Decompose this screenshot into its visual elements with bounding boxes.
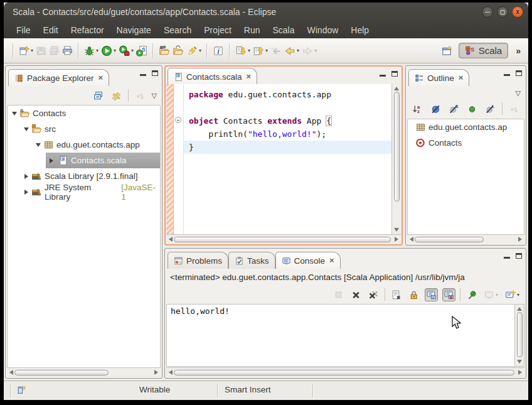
- scroll-up-arrow-icon[interactable]: [394, 87, 399, 90]
- menu-project[interactable]: Project: [198, 23, 238, 37]
- hide-local-types-button[interactable]: L: [484, 102, 497, 116]
- outline-row-contacts[interactable]: Contacts: [408, 135, 524, 151]
- menu-run[interactable]: Run: [238, 23, 267, 37]
- menu-scala[interactable]: Scala: [267, 23, 301, 37]
- scrollbar-thumb[interactable]: [174, 237, 391, 242]
- back-button[interactable]: ▾: [283, 44, 301, 58]
- minimize-view-icon[interactable]: [380, 75, 386, 77]
- show-stdout-when-changed-button[interactable]: [425, 288, 438, 301]
- console-output-area[interactable]: hello,world!: [166, 304, 524, 367]
- scroll-lock-button[interactable]: [407, 288, 420, 301]
- outline-row-package[interactable]: edu.guet.contacts.ap: [408, 119, 524, 135]
- package-explorer-tree[interactable]: S Contacts src edu.guet.contacts.app: [7, 105, 161, 377]
- hide-static-members-button[interactable]: S: [447, 102, 460, 116]
- expander-icon[interactable]: [22, 127, 30, 131]
- tree-row-src[interactable]: src: [8, 121, 160, 137]
- show-stderr-when-changed-button[interactable]: [442, 288, 455, 301]
- menu-file[interactable]: File: [10, 23, 37, 37]
- selected-tree-row[interactable]: S Contacts.scala: [46, 153, 160, 168]
- hide-fields-button[interactable]: [429, 102, 442, 116]
- scroll-right-arrow-icon[interactable]: [154, 370, 158, 375]
- scroll-left-arrow-icon[interactable]: [169, 370, 173, 375]
- menu-refactor[interactable]: Refactor: [65, 23, 110, 37]
- sort-button[interactable]: az: [411, 102, 424, 116]
- expander-icon[interactable]: [22, 174, 30, 179]
- package-explorer-tab[interactable]: Package Explorer ×: [8, 69, 109, 86]
- editor-vscrollbar[interactable]: [391, 84, 401, 234]
- tab-close-icon[interactable]: ×: [247, 73, 252, 80]
- minimize-view-icon[interactable]: [504, 257, 510, 259]
- problems-tab[interactable]: Problems: [168, 252, 228, 269]
- scroll-right-arrow-icon[interactable]: [518, 370, 522, 375]
- console-tab[interactable]: Console ×: [275, 252, 341, 269]
- open-console-button[interactable]: ▾: [504, 288, 521, 301]
- maximize-view-icon[interactable]: [516, 253, 522, 259]
- tab-close-icon[interactable]: ×: [98, 75, 104, 81]
- scrollbar-thumb[interactable]: [415, 237, 484, 242]
- tree-row-jre-library[interactable]: JRE System Library [JavaSE-1: [8, 184, 160, 200]
- scroll-left-arrow-icon[interactable]: [410, 237, 413, 242]
- editor-tab-contacts-scala[interactable]: S Contacts.scala ×: [168, 68, 257, 85]
- expander-icon[interactable]: [22, 190, 30, 195]
- view-menu-triangle-icon[interactable]: ▽: [152, 92, 157, 100]
- new-wizard-button[interactable]: ▾: [18, 44, 35, 57]
- clear-console-button[interactable]: [390, 288, 403, 301]
- expander-icon[interactable]: [34, 143, 42, 147]
- menu-navigate[interactable]: Navigate: [110, 23, 157, 37]
- code-area[interactable]: package edu.guet.contacts.app object Con…: [184, 84, 391, 234]
- package-explorer-hscrollbar[interactable]: [7, 367, 161, 377]
- open-perspective-button[interactable]: [440, 44, 454, 58]
- toolbar-overflow-chevron[interactable]: »: [513, 46, 523, 56]
- view-menu-triangle-icon[interactable]: ▽: [516, 89, 521, 97]
- maximize-view-icon[interactable]: [152, 70, 158, 76]
- scroll-up-arrow-icon[interactable]: [517, 307, 522, 311]
- scrollbar-thumb[interactable]: [517, 312, 523, 357]
- run-button[interactable]: ▾: [100, 44, 117, 58]
- collapse-all-button[interactable]: [92, 89, 105, 102]
- mark-occurrences-button[interactable]: ▾: [185, 44, 203, 58]
- fold-collapse-icon[interactable]: [175, 117, 181, 123]
- scroll-right-arrow-icon[interactable]: [395, 237, 398, 242]
- titlebar[interactable]: Scala - Contacts/src/edu/guet/contacts/a…: [4, 3, 528, 21]
- scrollbar-thumb[interactable]: [394, 92, 400, 202]
- maximize-button[interactable]: ▢: [497, 6, 508, 18]
- outline-hscrollbar[interactable]: [407, 234, 524, 244]
- fastview-button[interactable]: [16, 384, 27, 397]
- tree-row-package[interactable]: edu.guet.contacts.app: [8, 137, 160, 153]
- scroll-right-arrow-icon[interactable]: [518, 237, 522, 242]
- console-vscrollbar[interactable]: [514, 305, 524, 366]
- remove-launch-button[interactable]: [349, 288, 363, 301]
- menu-search[interactable]: Search: [157, 23, 198, 37]
- print-button[interactable]: [61, 44, 74, 57]
- pin-console-button[interactable]: [465, 288, 478, 301]
- scroll-left-arrow-icon[interactable]: [9, 370, 13, 375]
- console-hscrollbar[interactable]: [166, 367, 524, 377]
- open-resource-button[interactable]: [171, 44, 185, 58]
- minimize-view-icon[interactable]: [140, 74, 146, 76]
- minimize-button[interactable]: —: [482, 6, 493, 18]
- scrollbar-thumb[interactable]: [174, 370, 514, 375]
- tree-row-contacts[interactable]: S Contacts: [8, 105, 160, 121]
- menu-window[interactable]: Window: [301, 23, 345, 37]
- scrollbar-thumb[interactable]: [14, 370, 109, 375]
- editor-hscrollbar[interactable]: [166, 234, 401, 244]
- maximize-view-icon[interactable]: [391, 71, 398, 77]
- minimize-view-icon[interactable]: [504, 74, 510, 76]
- tree-row-scala-library[interactable]: Scala Library [2.9.1.final]: [8, 168, 160, 184]
- outline-tab[interactable]: Outline ×: [408, 69, 469, 86]
- next-annotation-button[interactable]: ▾: [234, 44, 252, 58]
- tab-close-icon[interactable]: ×: [329, 257, 334, 264]
- folding-ruler[interactable]: [174, 84, 184, 234]
- annotation-ruler[interactable]: [166, 84, 174, 234]
- maximize-view-icon[interactable]: [516, 70, 522, 76]
- open-type-button[interactable]: [157, 44, 171, 58]
- outline-tree[interactable]: edu.guet.contacts.ap Contacts: [407, 119, 524, 244]
- scroll-down-arrow-icon[interactable]: [517, 360, 522, 364]
- scroll-down-arrow-icon[interactable]: [394, 228, 399, 232]
- tasks-tab[interactable]: Tasks: [228, 252, 275, 269]
- run-scala-button[interactable]: S: [135, 44, 149, 58]
- remove-all-terminated-button[interactable]: [367, 288, 380, 301]
- scala-perspective-button[interactable]: S Scala: [459, 43, 509, 58]
- scroll-left-arrow-icon[interactable]: [169, 237, 173, 242]
- debug-button[interactable]: ▾: [83, 44, 100, 57]
